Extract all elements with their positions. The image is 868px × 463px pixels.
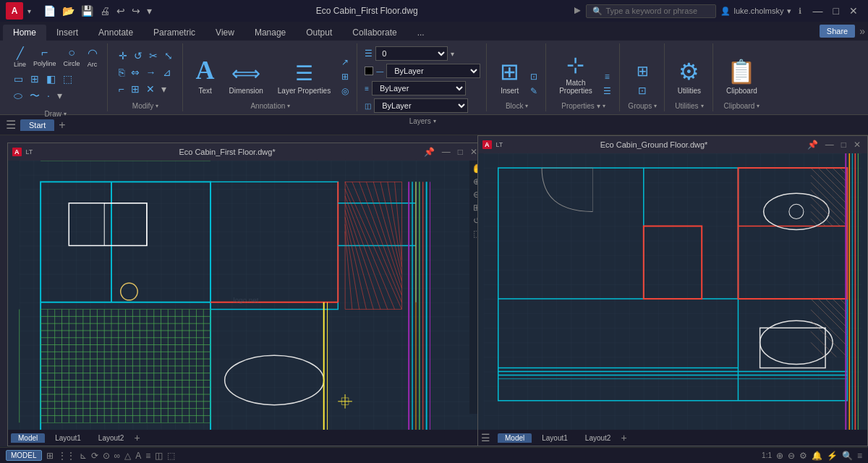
dyn-icon[interactable]: A (135, 451, 141, 461)
new-button[interactable]: 📄 (41, 4, 58, 18)
extend-tool[interactable]: → (144, 65, 158, 80)
ducs-icon[interactable]: △ (124, 451, 131, 461)
multileader-tool[interactable]: ↗ (339, 56, 351, 69)
ground-floor-minimize-button[interactable]: — (823, 140, 836, 150)
first-floor-canvas[interactable]: {Array.from({length: 24}).map((_, i) => … (8, 161, 484, 430)
open-button[interactable]: 📂 (60, 4, 77, 18)
tab-insert[interactable]: Insert (46, 25, 88, 41)
fillet-tool[interactable]: ⌐ (116, 82, 127, 96)
minimize-button[interactable]: — (809, 5, 827, 17)
block-group-label[interactable]: Block (506, 101, 528, 111)
first-floor-pin-button[interactable]: 📌 (422, 147, 437, 157)
text-tool[interactable]: A Text (190, 52, 221, 98)
save-button[interactable]: 💾 (79, 4, 95, 18)
spline-tool[interactable]: 〜 (27, 88, 42, 104)
app-icon[interactable]: A (6, 2, 23, 20)
maximize-button[interactable]: □ (829, 5, 843, 17)
table-tool[interactable]: ⊞ (339, 70, 351, 83)
layer-properties-tool[interactable]: ☰ Layer Properties (272, 59, 336, 98)
search-box[interactable]: 🔍 (586, 4, 716, 18)
bylayer-dropdown1[interactable]: ByLayer (386, 64, 480, 78)
group-tool[interactable]: ⊞ (634, 61, 651, 81)
ground-floor-model-tab[interactable]: Model (498, 433, 532, 443)
print-button[interactable]: 🖨 (98, 4, 112, 18)
clipboard-tool[interactable]: 📋 Clipboard (720, 55, 763, 98)
first-floor-model-tab[interactable]: Model (11, 433, 45, 443)
transparency-icon2[interactable]: ◫ (155, 451, 163, 461)
mark-tool[interactable]: ◎ (339, 85, 351, 98)
properties-group-label[interactable]: Properties ▾ (561, 101, 605, 111)
info-icon[interactable]: ℹ (799, 7, 801, 16)
dimension-tool[interactable]: ⟺ Dimension (224, 59, 269, 98)
osnap-icon[interactable]: ⊙ (103, 451, 110, 461)
tab-manage[interactable]: Manage (244, 25, 296, 41)
offset-tool[interactable]: ⊿ (161, 65, 174, 80)
otrack-icon[interactable]: ∞ (114, 451, 121, 461)
tab-annotate[interactable]: Annotate (88, 25, 143, 41)
boundary-tool[interactable]: ⬚ (61, 72, 75, 86)
zoom-icon[interactable]: ⊕ (776, 451, 783, 461)
redo-button[interactable]: ↪ (129, 4, 142, 18)
match-properties-tool[interactable]: ⊹ MatchProperties (553, 49, 598, 98)
share-button[interactable]: Share (820, 25, 855, 38)
polyline-tool[interactable]: ⌐ Polyline (31, 45, 59, 69)
insert-tool[interactable]: ⊞ Insert (494, 55, 525, 98)
ground-floor-hamburger[interactable]: ☰ (481, 432, 490, 443)
ground-floor-pin-button[interactable]: 📌 (805, 140, 820, 150)
draw-more[interactable]: ▾ (55, 88, 64, 104)
properties-tool[interactable]: ☰ (601, 85, 613, 98)
app-dropdown[interactable]: ▾ (27, 7, 31, 15)
clipboard-group-label[interactable]: Clipboard (724, 101, 760, 111)
tab-view[interactable]: View (205, 25, 244, 41)
plot-notification-icon[interactable]: 🔔 (812, 451, 822, 461)
first-floor-layout2-tab[interactable]: Layout2 (91, 433, 132, 443)
ground-floor-layout2-tab[interactable]: Layout2 (578, 433, 618, 443)
first-floor-maximize-button[interactable]: □ (456, 147, 465, 157)
layers-group-label[interactable]: Layers (409, 116, 436, 127)
copy-tool[interactable]: ⎘ (116, 65, 127, 80)
layer-dropdown[interactable]: 0 (375, 46, 448, 61)
trim-tool[interactable]: ✂ (147, 48, 160, 63)
array-tool[interactable]: ⊞ (129, 82, 142, 96)
modify-more[interactable]: ▾ (159, 82, 169, 96)
tab-output[interactable]: Output (296, 25, 342, 41)
move-tool[interactable]: ✛ (116, 48, 129, 63)
tab-parametric[interactable]: Parametric (143, 25, 205, 41)
layer-dropdown-arrow[interactable]: ▾ (451, 50, 454, 58)
erase-tool[interactable]: ✕ (144, 82, 157, 96)
ground-floor-layout1-tab[interactable]: Layout1 (535, 433, 575, 443)
scale-tool[interactable]: ⤡ (162, 48, 175, 63)
gradient-tool[interactable]: ◧ (44, 72, 58, 86)
mirror-tool[interactable]: ⇔ (129, 65, 142, 80)
list-tool[interactable]: ≡ (601, 70, 613, 83)
rect-tool[interactable]: ▭ (12, 72, 25, 86)
isolate-icon[interactable]: 🔍 (842, 451, 853, 461)
expand-icon[interactable]: ≡ (857, 451, 862, 461)
first-floor-add-tab[interactable]: + (134, 432, 140, 443)
close-button[interactable]: ✕ (845, 5, 862, 17)
add-tab-button[interactable]: + (59, 119, 65, 132)
edit-block[interactable]: ✎ (528, 85, 540, 98)
ribbon-expand-button[interactable]: » (859, 25, 865, 37)
annotation-scale[interactable]: 1:1 (762, 451, 772, 459)
ground-floor-add-tab[interactable]: + (621, 432, 626, 443)
zoom-out-status-icon[interactable]: ⊖ (788, 451, 795, 461)
bylayer-dropdown2[interactable]: ByLayer (372, 81, 466, 95)
groups-group-label[interactable]: Groups (628, 101, 657, 111)
tab-more[interactable]: ... (407, 25, 435, 41)
rotate-tool[interactable]: ↺ (132, 48, 145, 63)
grid-icon[interactable]: ⊞ (46, 451, 54, 461)
search-input[interactable] (605, 7, 699, 15)
model-indicator[interactable]: MODEL (6, 450, 42, 461)
first-floor-layout1-tab[interactable]: Layout1 (48, 433, 88, 443)
arc-tool[interactable]: ◠ Arc (85, 45, 100, 69)
annotation-group-label[interactable]: Annotation (250, 101, 290, 111)
ellipse-tool[interactable]: ⬭ (12, 88, 25, 104)
line-tool[interactable]: ╱ Line (12, 45, 28, 69)
more-qa[interactable]: ▾ (145, 4, 154, 18)
utilities-group-label[interactable]: Utilities (675, 101, 703, 111)
tab-home[interactable]: Home (3, 25, 46, 41)
workspace-icon[interactable]: ⚙ (799, 451, 807, 461)
circle-tool[interactable]: ○ Circle (61, 45, 82, 69)
ground-floor-canvas[interactable] (478, 153, 867, 430)
